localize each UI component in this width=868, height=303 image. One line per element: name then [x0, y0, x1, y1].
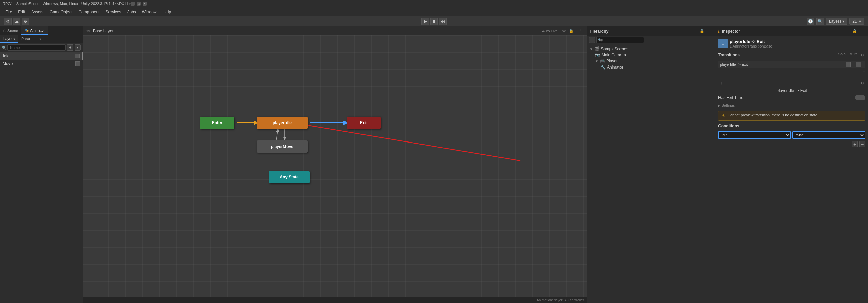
conditions-header: Conditions — [718, 124, 865, 128]
inspector-panel: ℹ Inspector 🔒 ⋮ ↓ playerIdle -> Exit 1 A… — [715, 26, 868, 303]
hierarchy-tree: ▼ 🎬 SampleScene* 📷 Main Camera ▼ 🎮 Playe… — [587, 44, 715, 303]
transition-detail-settings-btn[interactable]: ⚙ — [859, 80, 865, 86]
condition-add-btn[interactable]: + — [852, 141, 858, 147]
search-btn[interactable]: 🔍 — [816, 18, 824, 25]
auto-live-link-label[interactable]: Auto Live Link — [542, 29, 566, 33]
anim-item-label-idle: Idle — [3, 54, 73, 58]
next-btn[interactable]: ⏭ — [439, 18, 447, 25]
search-input[interactable] — [7, 44, 66, 51]
toolbar-cloud-btn[interactable]: ☁ — [13, 18, 20, 25]
condition-param-select[interactable]: Idle Move — [718, 131, 791, 139]
animator-menu-btn[interactable]: ⋮ — [577, 28, 583, 34]
title-bar-text: RPG1 - SampleScene - Windows, Mac, Linux… — [3, 2, 131, 6]
mute-checkbox[interactable] — [853, 62, 864, 67]
center-area: 👁 Base Layer Auto Live Link 🔒 ⋮ — [83, 26, 587, 303]
warning-box: ⚠ Cannot preview transition, there is no… — [718, 111, 865, 121]
anim-item-check-move[interactable] — [75, 61, 80, 66]
scene-icon: 🎬 — [594, 46, 599, 51]
playback-controls: ▶ ⏸ ⏭ — [421, 18, 447, 25]
history-btn[interactable]: 🕐 — [807, 18, 814, 25]
subtab-parameters[interactable]: Parameters — [18, 35, 44, 43]
svg-line-4 — [293, 123, 520, 161]
node-playerIdle-label: playerIdle — [273, 120, 292, 125]
tree-item-samplescene[interactable]: ▼ 🎬 SampleScene* — [587, 46, 715, 52]
animator-canvas[interactable]: Entry playerIdle Exit playerMove Any Sta… — [83, 35, 587, 297]
subtab-layers[interactable]: Layers — [0, 35, 18, 43]
tree-label-animator: Animator — [607, 65, 623, 70]
hierarchy-add-btn[interactable]: + — [589, 37, 595, 43]
title-bar: RPG1 - SampleScene - Windows, Mac, Linux… — [0, 0, 868, 7]
close-btn[interactable]: ✕ — [143, 2, 147, 6]
node-playerMove[interactable]: playerMove — [257, 140, 308, 153]
node-exit[interactable]: Exit — [347, 117, 381, 129]
hierarchy-panel: Hierarchy 🔒 ⋮ + 🔍 ▼ 🎬 SampleScene* 📷 Mai… — [587, 26, 715, 303]
anim-item-check-idle[interactable] — [75, 54, 80, 58]
inspector-lock-btn[interactable]: 🔒 — [852, 28, 858, 34]
inspector-menu-btn[interactable]: ⋮ — [859, 28, 865, 34]
hierarchy-lock-btn[interactable]: 🔒 — [699, 28, 705, 34]
transitions-settings-btn[interactable]: ⚙ — [859, 52, 865, 58]
hierarchy-search-input[interactable] — [596, 37, 644, 43]
menu-component[interactable]: Component — [76, 8, 102, 15]
node-playerIdle[interactable]: playerIdle — [257, 117, 308, 129]
inspector-header-right: 🔒 ⋮ — [852, 28, 865, 34]
add-param-dropdown[interactable]: ▾ — [75, 44, 81, 51]
toolbar-right: 🕐 🔍 Layers ▾ 2D ▾ — [807, 18, 864, 25]
layers-dropdown[interactable]: Layers ▾ — [826, 18, 847, 25]
hierarchy-menu-btn[interactable]: ⋮ — [706, 28, 712, 34]
animator-subtabs: Layers Parameters — [0, 35, 83, 43]
tree-label-maincamera: Main Camera — [601, 53, 626, 57]
animator-lock-btn[interactable]: 🔒 — [568, 28, 574, 34]
menu-gameobject[interactable]: GameObject — [47, 8, 75, 15]
transition-remove-btn[interactable]: − — [863, 69, 865, 74]
node-anystate[interactable]: Any State — [269, 171, 310, 183]
tab-animator[interactable]: 🎭 Animator — [21, 26, 48, 35]
tree-item-maincamera[interactable]: 📷 Main Camera — [587, 52, 715, 58]
tab-scene[interactable]: ⬡ Scene — [0, 26, 21, 35]
node-anystate-label: Any State — [280, 175, 298, 179]
menu-file[interactable]: File — [3, 8, 15, 15]
transition-row[interactable]: playerIdle -> Exit — [718, 61, 865, 68]
menu-services[interactable]: Services — [103, 8, 124, 15]
condition-value-select[interactable]: false true — [792, 131, 865, 139]
conditions-section: Conditions Idle Move false true + − — [718, 124, 865, 147]
node-entry[interactable]: Entry — [200, 117, 234, 129]
hierarchy-toolbar: + 🔍 — [587, 36, 715, 44]
inspector-object-icon: ↓ — [718, 39, 728, 48]
layout-dropdown[interactable]: 2D ▾ — [849, 18, 864, 25]
tree-item-player[interactable]: ▼ 🎮 Player — [587, 58, 715, 64]
menu-help[interactable]: Help — [160, 8, 174, 15]
toolbar-settings-btn[interactable]: ⚙ — [22, 18, 29, 25]
has-exit-time-toggle[interactable] — [855, 95, 865, 100]
tree-item-animator[interactable]: 🔧 Animator — [587, 64, 715, 70]
menu-window[interactable]: Window — [139, 8, 159, 15]
toolbar-icon-btn[interactable]: ⚙ — [4, 18, 12, 25]
tree-arrow: ▼ — [590, 47, 593, 51]
hierarchy-header: Hierarchy 🔒 ⋮ — [587, 26, 715, 36]
inspector-object-row: ↓ playerIdle -> Exit 1 AnimatorTransitio… — [718, 39, 865, 48]
inspector-object-sub: 1 AnimatorTransitionBase — [730, 44, 772, 48]
canvas-bottom-bar: Animation/Player_AC.controller — [83, 297, 587, 303]
transition-detail-icon-btn[interactable]: ↓ — [718, 80, 724, 86]
inspector-object-info: playerIdle -> Exit 1 AnimatorTransitionB… — [730, 39, 772, 48]
settings-label: Settings — [718, 103, 735, 107]
condition-remove-btn[interactable]: − — [859, 141, 865, 147]
camera-icon: 📷 — [595, 53, 600, 57]
anim-item-idle[interactable]: Idle — [0, 52, 83, 60]
maximize-btn[interactable]: □ — [137, 2, 141, 6]
anim-item-move[interactable]: Move — [0, 60, 83, 68]
play-btn[interactable]: ▶ — [421, 18, 429, 25]
inspector-header-icon: ℹ — [718, 29, 720, 34]
menu-edit[interactable]: Edit — [15, 8, 28, 15]
connections-svg — [83, 35, 587, 297]
menu-jobs[interactable]: Jobs — [124, 8, 138, 15]
solo-checkbox[interactable] — [843, 62, 853, 67]
tree-label-samplescene: SampleScene* — [601, 46, 628, 51]
menu-assets[interactable]: Assets — [28, 8, 46, 15]
settings-row[interactable]: Settings — [718, 102, 865, 109]
pause-btn[interactable]: ⏸ — [430, 18, 438, 25]
add-param-btn[interactable]: + — [67, 44, 73, 51]
hier-search-icon: 🔍 — [598, 38, 602, 42]
transition-detail-name: playerIdle -> Exit — [718, 88, 865, 94]
minimize-btn[interactable]: — — [131, 2, 135, 6]
